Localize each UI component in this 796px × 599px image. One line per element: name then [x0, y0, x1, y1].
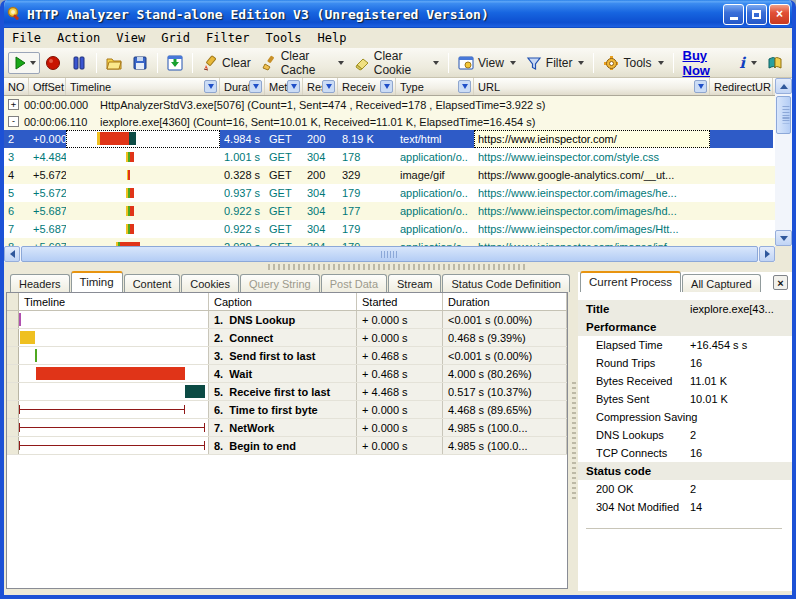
timing-row[interactable]: 2. Connect+ 0.000 s0.468 s (9.39%) — [7, 329, 567, 347]
tools-button[interactable]: Tools — [598, 52, 668, 74]
timing-row[interactable]: 4. Wait+ 0.468 s4.000 s (80.26%) — [7, 365, 567, 383]
buy-now-link[interactable]: Buy Now — [678, 45, 735, 81]
url-cell[interactable]: https://www.ieinspector.com/images/he... — [474, 184, 710, 202]
duration-cell[interactable]: 0.922 s — [220, 220, 265, 238]
offset-cell[interactable]: +5.672 s — [29, 184, 66, 202]
filter-dropdown-icon[interactable] — [249, 80, 262, 93]
info-button[interactable]: i — [734, 51, 762, 75]
offset-cell[interactable]: +0.000 s — [29, 130, 66, 148]
scroll-left-button[interactable] — [4, 246, 20, 262]
stop-capture-button[interactable] — [40, 52, 66, 74]
duration-cell[interactable]: 0.922 s — [220, 202, 265, 220]
received-cell[interactable]: 177 — [338, 202, 396, 220]
filter-dropdown-icon[interactable] — [694, 80, 707, 93]
clear-cache-button[interactable]: Clear Cache — [256, 46, 349, 80]
minimize-button[interactable] — [723, 4, 744, 25]
received-cell[interactable]: 8.19 K — [338, 130, 396, 148]
row-number[interactable]: 3 — [4, 148, 29, 166]
filter-button[interactable]: Filter — [521, 52, 590, 74]
duration-cell[interactable]: 2.029 s — [220, 238, 265, 246]
type-cell[interactable]: application/o.. — [396, 238, 474, 246]
request-row[interactable]: 2+0.000 s4.984 sGET2008.19 Ktext/htmlhtt… — [4, 130, 775, 148]
duration-cell[interactable]: 4.984 s — [220, 130, 265, 148]
menu-view[interactable]: View — [108, 29, 153, 47]
type-cell[interactable]: text/html — [396, 130, 474, 148]
url-cell[interactable]: https://www.ieinspector.com/images/hd... — [474, 202, 710, 220]
timeline-cell[interactable] — [66, 166, 220, 184]
column-header-redirectur[interactable]: RedirectUR — [710, 78, 773, 95]
timing-row[interactable]: 5. Receive first to last+ 4.468 s0.517 s… — [7, 383, 567, 401]
collapse-icon[interactable]: - — [8, 116, 19, 127]
horizontal-scroll-thumb[interactable] — [21, 246, 758, 262]
tab-all-captured[interactable]: All Captured — [682, 274, 761, 292]
type-cell[interactable]: image/gif — [396, 166, 474, 184]
result-cell[interactable]: 304 — [303, 220, 338, 238]
column-header-res[interactable]: Res — [303, 78, 338, 95]
column-header-duratio[interactable]: Duratio — [220, 78, 265, 95]
duration-cell[interactable]: 1.001 s — [220, 148, 265, 166]
received-cell[interactable]: 179 — [338, 220, 396, 238]
row-number[interactable]: 2 — [4, 130, 29, 148]
panel-close-button[interactable]: × — [773, 275, 788, 290]
timing-row[interactable]: 3. Send first to last+ 0.468 s<0.001 s (… — [7, 347, 567, 365]
timeline-cell[interactable] — [66, 220, 220, 238]
timeline-cell[interactable] — [66, 202, 220, 220]
column-header-type[interactable]: Type — [396, 78, 474, 95]
timing-row[interactable]: 7. NetWork+ 0.000 s4.985 s (100.0... — [7, 419, 567, 437]
url-cell[interactable]: https://www.ieinspector.com/ — [474, 130, 710, 148]
result-cell[interactable]: 304 — [303, 202, 338, 220]
menu-grid[interactable]: Grid — [153, 29, 198, 47]
duration-cell[interactable]: 0.328 s — [220, 166, 265, 184]
help-button[interactable] — [762, 52, 788, 74]
maximize-button[interactable] — [746, 4, 767, 25]
method-cell[interactable]: GET — [265, 238, 303, 246]
url-cell[interactable]: https://www.ieinspector.com/images/Htt..… — [474, 220, 710, 238]
redirect-cell[interactable] — [710, 220, 773, 238]
clear-cookie-button[interactable]: Clear Cookie — [349, 46, 444, 80]
vertical-splitter[interactable] — [570, 272, 578, 591]
received-cell[interactable]: 329 — [338, 166, 396, 184]
timeline-cell[interactable] — [66, 184, 220, 202]
url-cell[interactable]: https://www.ieinspector.com/images/inf..… — [474, 238, 710, 246]
method-cell[interactable]: GET — [265, 220, 303, 238]
offset-cell[interactable]: +5.697 s — [29, 238, 66, 246]
result-cell[interactable]: 304 — [303, 238, 338, 246]
column-header-meth[interactable]: Meth — [265, 78, 303, 95]
column-header-timeline[interactable]: Timeline — [66, 78, 220, 95]
row-number[interactable]: 6 — [4, 202, 29, 220]
row-number[interactable]: 5 — [4, 184, 29, 202]
offset-cell[interactable]: +4.484 s — [29, 148, 66, 166]
received-cell[interactable]: 178 — [338, 148, 396, 166]
filter-dropdown-icon[interactable] — [380, 80, 393, 93]
offset-cell[interactable]: +5.687 s — [29, 220, 66, 238]
tab-timing[interactable]: Timing — [71, 271, 123, 292]
tab-cookies[interactable]: Cookies — [181, 274, 239, 292]
method-cell[interactable]: GET — [265, 130, 303, 148]
redirect-cell[interactable] — [710, 202, 773, 220]
request-row[interactable]: 5+5.672 s0.937 sGET304179application/o..… — [4, 184, 775, 202]
open-button[interactable] — [101, 52, 127, 74]
redirect-cell[interactable] — [710, 148, 773, 166]
timeline-cell[interactable] — [66, 130, 220, 148]
type-cell[interactable]: application/o.. — [396, 184, 474, 202]
process-group-row[interactable]: -00:00:06.110iexplore.exe[4360] (Count=1… — [4, 113, 775, 130]
vertical-scroll-thumb[interactable] — [776, 96, 791, 134]
filter-dropdown-icon[interactable] — [287, 80, 300, 93]
row-number[interactable]: 7 — [4, 220, 29, 238]
column-header-offset[interactable]: OffSet — [29, 78, 66, 95]
scroll-up-button[interactable] — [775, 78, 792, 94]
start-capture-button[interactable] — [8, 52, 40, 74]
filter-dropdown-icon[interactable] — [322, 80, 335, 93]
result-cell[interactable]: 200 — [303, 166, 338, 184]
close-button[interactable]: × — [769, 4, 790, 25]
filter-dropdown-icon[interactable] — [458, 80, 471, 93]
duration-cell[interactable]: 0.937 s — [220, 184, 265, 202]
request-row[interactable]: 3+4.484 s1.001 sGET304178application/o..… — [4, 148, 775, 166]
timing-row[interactable]: 1. DNS Lookup+ 0.000 s<0.001 s (0.00%) — [7, 311, 567, 329]
column-header-no[interactable]: NO — [4, 78, 29, 95]
redirect-cell[interactable] — [710, 130, 773, 148]
menu-action[interactable]: Action — [49, 29, 108, 47]
request-row[interactable]: 6+5.687 s0.922 sGET304177application/o..… — [4, 202, 775, 220]
timeline-cell[interactable] — [66, 238, 220, 246]
type-cell[interactable]: application/o.. — [396, 148, 474, 166]
